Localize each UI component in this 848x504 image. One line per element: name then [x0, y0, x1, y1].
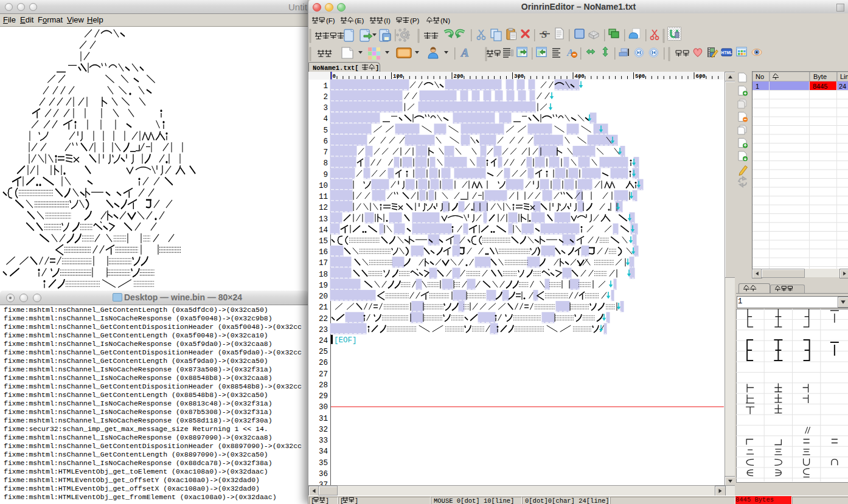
svg-text:]: ]: [355, 498, 358, 504]
svg-text:600: 600: [696, 74, 706, 80]
svg-text:500: 500: [635, 74, 645, 80]
svg-text:(E): (E): [355, 17, 364, 24]
svg-text:300: 300: [514, 74, 524, 80]
svg-text:1: 1: [756, 83, 759, 90]
svg-text:(N): (N): [440, 17, 450, 24]
svg-text:MOUSE 0[dot] 10[line]: MOUSE 0[dot] 10[line]: [434, 497, 514, 504]
svg-text:(P): (P): [410, 17, 420, 24]
svg-text:No: No: [756, 73, 764, 80]
svg-text:24: 24: [839, 83, 846, 90]
svg-text:HTML: HTML: [721, 50, 732, 55]
svg-text:A: A: [460, 46, 469, 59]
svg-text:0: 0: [333, 74, 336, 80]
svg-text:NoName1.txt[: NoName1.txt[: [313, 64, 359, 72]
svg-text:100: 100: [393, 74, 403, 80]
svg-text:400: 400: [575, 74, 585, 80]
svg-text:[: [: [340, 498, 344, 504]
svg-text:Byte: Byte: [813, 73, 827, 80]
svg-text:]: ]: [325, 498, 329, 504]
svg-text:200: 200: [454, 74, 464, 80]
svg-text:Lin: Lin: [840, 73, 848, 80]
svg-text:S: S: [541, 29, 547, 40]
svg-text:(F): (F): [326, 17, 335, 24]
svg-text:(I): (I): [384, 17, 391, 24]
svg-text:]: ]: [375, 64, 379, 72]
svg-text:[EOF]: [EOF]: [334, 336, 357, 345]
svg-text:0[dot]0[char] 24[line]: 0[dot]0[char] 24[line]: [525, 497, 610, 504]
svg-text:8445: 8445: [813, 83, 827, 90]
